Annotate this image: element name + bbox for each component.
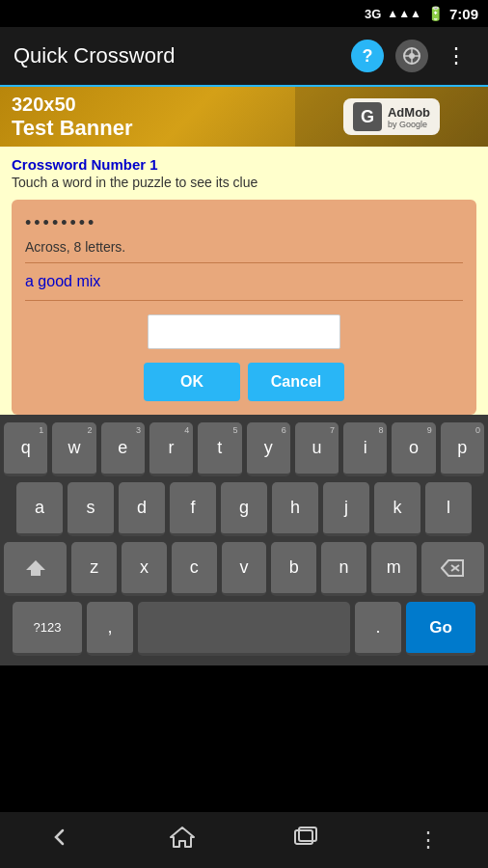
ad-line2: Test Banner bbox=[12, 116, 133, 141]
key-v[interactable]: v bbox=[222, 542, 267, 596]
keyboard-row-4: ?123,.Go bbox=[4, 602, 484, 656]
crossword-subtitle: Touch a word in the puzzle to see its cl… bbox=[12, 175, 476, 190]
back-button[interactable] bbox=[32, 819, 88, 861]
answer-input-row bbox=[25, 314, 463, 349]
admob-text: AdMob bbox=[388, 105, 430, 120]
key-j[interactable]: j bbox=[323, 482, 369, 536]
help-button[interactable]: ? bbox=[349, 38, 386, 74]
sym-key[interactable]: ?123 bbox=[13, 602, 82, 656]
eye-icon bbox=[395, 40, 428, 72]
admob-text-wrap: AdMob by Google bbox=[388, 105, 430, 129]
key-o[interactable]: 9o bbox=[392, 422, 435, 476]
admob-sub: by Google bbox=[388, 120, 430, 129]
key-n[interactable]: n bbox=[321, 542, 366, 596]
network-indicator: 3G bbox=[365, 7, 381, 21]
help-icon: ? bbox=[351, 40, 384, 72]
nav-more-icon: ⋮ bbox=[418, 827, 439, 852]
key-g[interactable]: g bbox=[221, 482, 267, 536]
svg-marker-5 bbox=[442, 560, 463, 576]
answer-input[interactable] bbox=[148, 314, 340, 349]
keyboard-row-3: zxcvbnm bbox=[4, 542, 484, 596]
key-a[interactable]: a bbox=[16, 482, 63, 536]
keyboard-area: 1q2w3e4r5t6y7u8i9o0p asdfghjkl zxcvbnm ?… bbox=[0, 415, 488, 665]
app-title: Quick Crossword bbox=[14, 43, 341, 68]
keyboard-row-2: asdfghjkl bbox=[4, 482, 484, 536]
status-bar: 3G ▲▲▲ 🔋 7:09 bbox=[0, 0, 488, 27]
dialog-buttons: OK Cancel bbox=[25, 363, 463, 401]
recents-button[interactable] bbox=[276, 819, 336, 861]
bottom-nav: ⋮ bbox=[0, 812, 488, 868]
app-bar: Quick Crossword ? ⋮ bbox=[0, 27, 488, 87]
clue-dialog: •••••••• Across, 8 letters. a good mix O… bbox=[12, 200, 476, 415]
ok-button[interactable]: OK bbox=[144, 363, 240, 401]
key-r[interactable]: 4r bbox=[149, 422, 193, 476]
key-z[interactable]: z bbox=[71, 542, 117, 596]
across-label: Across, 8 letters. bbox=[25, 239, 463, 263]
key-x[interactable]: x bbox=[122, 542, 167, 596]
settings-button[interactable] bbox=[393, 38, 430, 74]
ad-line1: 320x50 bbox=[12, 94, 133, 116]
key-w[interactable]: 2w bbox=[52, 422, 95, 476]
signal-icon: ▲▲▲ bbox=[387, 7, 421, 20]
key-b[interactable]: b bbox=[271, 542, 316, 596]
backspace-key[interactable] bbox=[421, 542, 484, 596]
cancel-button[interactable]: Cancel bbox=[248, 363, 344, 401]
key-u[interactable]: 7u bbox=[295, 422, 339, 476]
more-icon: ⋮ bbox=[446, 43, 468, 68]
nav-more-button[interactable]: ⋮ bbox=[400, 820, 456, 860]
time-display: 7:09 bbox=[449, 6, 478, 22]
keyboard-row-1: 1q2w3e4r5t6y7u8i9o0p bbox=[4, 422, 484, 476]
home-button[interactable] bbox=[152, 818, 212, 862]
key-h[interactable]: h bbox=[272, 482, 318, 536]
key-i[interactable]: 8i bbox=[343, 422, 387, 476]
svg-marker-4 bbox=[26, 560, 45, 576]
key-p[interactable]: 0p bbox=[441, 422, 484, 476]
ad-logo: G AdMob by Google bbox=[295, 87, 488, 147]
shift-key[interactable] bbox=[4, 542, 67, 596]
comma-key[interactable]: , bbox=[87, 602, 133, 656]
admob-g-icon: G bbox=[353, 102, 382, 131]
content-area: Crossword Number 1 Touch a word in the p… bbox=[0, 147, 488, 415]
svg-marker-8 bbox=[171, 827, 194, 847]
key-q[interactable]: 1q bbox=[4, 422, 47, 476]
admob-logo: G AdMob by Google bbox=[343, 98, 440, 135]
answer-dots: •••••••• bbox=[25, 213, 463, 233]
go-key[interactable]: Go bbox=[406, 602, 475, 656]
period-key[interactable]: . bbox=[355, 602, 401, 656]
key-k[interactable]: k bbox=[374, 482, 420, 536]
key-c[interactable]: c bbox=[172, 542, 217, 596]
key-f[interactable]: f bbox=[170, 482, 216, 536]
ad-text: 320x50 Test Banner bbox=[12, 94, 133, 141]
space-key[interactable] bbox=[138, 602, 350, 656]
crossword-title: Crossword Number 1 bbox=[12, 156, 476, 173]
key-s[interactable]: s bbox=[68, 482, 114, 536]
key-t[interactable]: 5t bbox=[198, 422, 241, 476]
key-m[interactable]: m bbox=[371, 542, 417, 596]
key-e[interactable]: 3e bbox=[101, 422, 145, 476]
key-d[interactable]: d bbox=[119, 482, 165, 536]
battery-icon: 🔋 bbox=[427, 6, 444, 21]
key-y[interactable]: 6y bbox=[247, 422, 290, 476]
more-button[interactable]: ⋮ bbox=[438, 38, 474, 74]
ad-banner: 320x50 Test Banner G AdMob by Google bbox=[0, 87, 488, 147]
clue-text: a good mix bbox=[25, 273, 463, 301]
key-l[interactable]: l bbox=[425, 482, 472, 536]
